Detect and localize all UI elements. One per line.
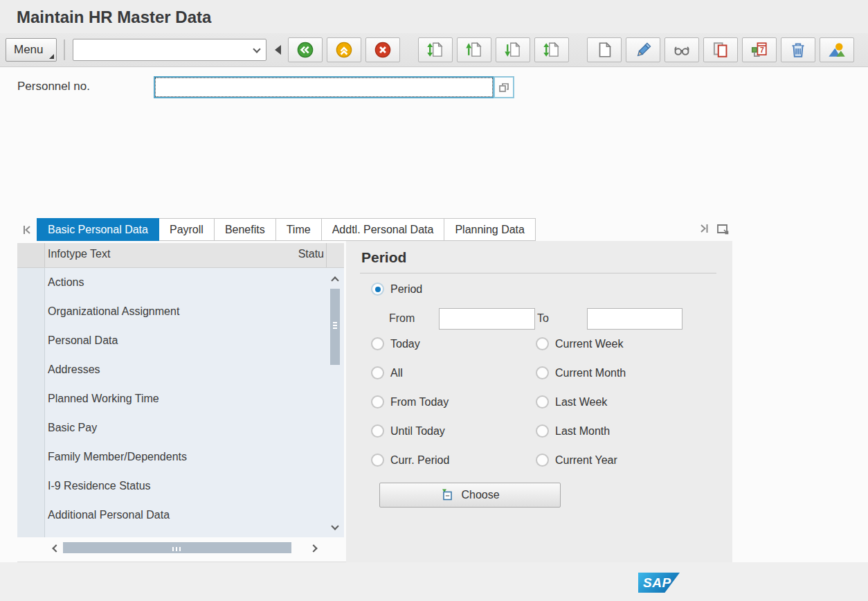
tab-payroll[interactable]: Payroll (159, 218, 215, 241)
personnel-no-input[interactable] (155, 78, 493, 97)
list-item-basic-pay[interactable]: Basic Pay (45, 413, 326, 442)
chevron-down-icon (253, 45, 260, 53)
scroll-tabs-left-icon (21, 224, 33, 236)
tab-basic-personal-data[interactable]: Basic Personal Data (37, 218, 159, 241)
last-page-button[interactable] (534, 37, 569, 62)
cancel-icon (374, 41, 392, 59)
radio-curr-period[interactable]: Curr. Period (371, 453, 449, 467)
infotype-table: Infotype Text Statu ActionsOrganizationa… (17, 241, 344, 562)
date-range-row: From To (346, 308, 732, 330)
list-item-personal-data[interactable]: Personal Data (45, 326, 326, 355)
delimit-button[interactable]: 7 (742, 37, 777, 62)
scroll-up-icon[interactable] (332, 273, 338, 286)
list-item-addresses[interactable]: Addresses (45, 355, 326, 384)
tab-bar: Basic Personal DataPayrollBenefitsTimeAd… (17, 218, 732, 241)
display-button[interactable] (664, 37, 699, 62)
radio-current-week[interactable]: Current Week (536, 337, 626, 351)
from-label: From (389, 312, 415, 325)
blank-document-icon (595, 41, 613, 59)
radio-period[interactable]: Period (371, 282, 422, 296)
scroll-down-icon[interactable] (332, 519, 338, 532)
radio-until-today[interactable]: Until Today (371, 424, 449, 438)
scroll-tabs-right-icon (698, 222, 710, 235)
from-date-field[interactable] (439, 308, 535, 330)
cancel-button[interactable] (365, 37, 400, 62)
overview-mountains-icon (828, 41, 846, 59)
infotype-rows: ActionsOrganizational AssignmentPersonal… (45, 268, 326, 537)
list-item-i-9-residence-status[interactable]: I-9 Residence Status (45, 472, 326, 501)
radio-from-today[interactable]: From Today (371, 395, 449, 409)
period-divider (360, 273, 716, 273)
radio-unselected-icon (371, 454, 384, 467)
page-up-button[interactable] (457, 37, 491, 62)
period-options-right: Current WeekCurrent MonthLast WeekLast M… (536, 337, 626, 467)
vertical-scrollbar[interactable] (329, 268, 342, 537)
command-input[interactable] (76, 40, 248, 60)
radio-last-week[interactable]: Last Week (536, 395, 626, 409)
radio-all[interactable]: All (371, 366, 449, 380)
tab-scroll-right-button[interactable] (698, 222, 710, 237)
back-button[interactable] (288, 37, 323, 62)
period-options-left: TodayAllFrom TodayUntil TodayCurr. Perio… (371, 337, 449, 467)
detach-window-icon (716, 222, 730, 235)
vertical-scroll-thumb[interactable] (330, 289, 340, 365)
copy-button[interactable] (703, 37, 738, 62)
list-item-actions[interactable]: Actions (45, 268, 326, 297)
choose-button[interactable]: Choose (379, 483, 561, 508)
to-label: To (537, 312, 549, 325)
delimit-calendar-icon: 7 (750, 41, 768, 59)
radio-unselected-icon (371, 395, 384, 409)
list-item-additional-personal-data[interactable]: Additional Personal Data (45, 501, 326, 530)
period-heading: Period (361, 249, 406, 266)
delete-button[interactable] (781, 37, 815, 62)
collapse-toolbar-icon[interactable] (275, 45, 281, 55)
page-down-button[interactable] (496, 37, 530, 62)
create-button[interactable] (587, 37, 622, 62)
horizontal-scrollbar[interactable] (17, 540, 344, 555)
radio-last-month[interactable]: Last Month (536, 424, 626, 438)
scroll-left-icon[interactable] (53, 541, 59, 554)
scroll-right-icon[interactable] (311, 541, 316, 554)
personnel-no-field[interactable] (154, 76, 494, 98)
exit-button[interactable] (327, 37, 361, 62)
tab-addtl-personal-data[interactable]: Addtl. Personal Data (322, 218, 445, 241)
radio-unselected-icon (536, 366, 549, 379)
radio-current-month[interactable]: Current Month (536, 366, 626, 380)
page-title: Maintain HR Master Data (0, 0, 868, 33)
tab-scroll-left-button[interactable] (17, 218, 37, 241)
exit-icon (335, 41, 353, 59)
menu-button[interactable]: Menu (6, 38, 57, 62)
personnel-no-label: Personnel no. (17, 80, 90, 93)
radio-unselected-icon (371, 424, 384, 438)
radio-today[interactable]: Today (371, 337, 449, 351)
horizontal-scroll-thumb[interactable] (63, 542, 291, 553)
tab-content: Infotype Text Statu ActionsOrganizationa… (17, 241, 732, 562)
list-item-family-member-dependents[interactable]: Family Member/Dependents (45, 442, 326, 472)
list-item-organizational-assignment[interactable]: Organizational Assignment (45, 297, 326, 326)
page-scroll-both-icon (543, 41, 561, 59)
change-button[interactable] (626, 37, 660, 62)
tab-benefits[interactable]: Benefits (215, 218, 276, 241)
from-date-input[interactable] (440, 309, 534, 329)
trash-icon (789, 41, 807, 59)
detach-panel-button[interactable] (716, 222, 730, 238)
first-page-button[interactable] (418, 37, 453, 62)
period-panel: Period Period From To TodayAllFro (346, 241, 732, 562)
column-header-status: Statu (298, 248, 324, 260)
to-date-input[interactable] (588, 309, 682, 329)
possible-entries-button[interactable] (494, 76, 514, 98)
tab-planning-data[interactable]: Planning Data (444, 218, 536, 241)
selection-column-header (17, 243, 45, 267)
command-field[interactable] (73, 39, 266, 61)
page-scroll-both-icon (426, 41, 444, 59)
status-bar: SAP (0, 562, 868, 601)
table-body: ActionsOrganizational AssignmentPersonal… (17, 268, 344, 537)
list-item-planned-working-time[interactable]: Planned Working Time (45, 384, 326, 413)
overview-button[interactable] (820, 37, 854, 62)
copy-pages-icon (712, 41, 730, 59)
selection-column (17, 268, 45, 537)
radio-unselected-icon (536, 454, 549, 467)
radio-current-year[interactable]: Current Year (536, 453, 626, 467)
to-date-field[interactable] (587, 308, 682, 330)
tab-time[interactable]: Time (276, 218, 322, 241)
